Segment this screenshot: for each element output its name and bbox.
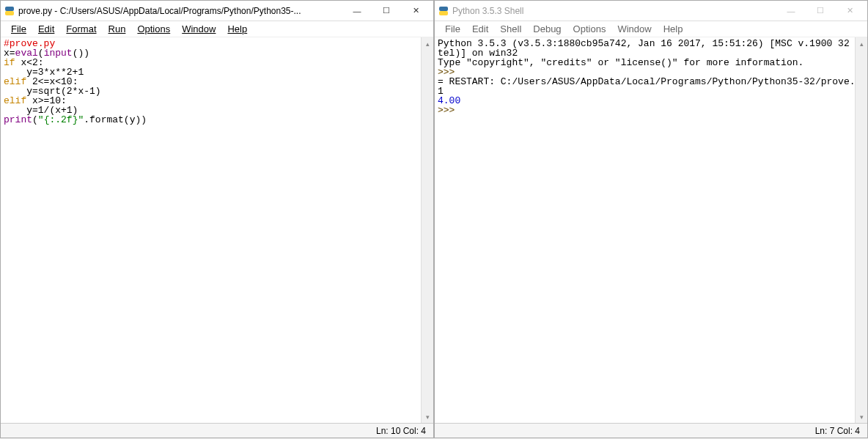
menu-edit[interactable]: Edit [32,22,60,36]
menu-file[interactable]: File [439,22,466,36]
python-icon [4,5,15,17]
svg-rect-0 [5,7,14,11]
editor-content[interactable]: #prove.py x=eval(input()) if x<2: y=3*x*… [1,37,433,423]
svg-rect-1 [5,11,14,15]
close-button[interactable]: ✕ [835,1,864,21]
editor-title-text: prove.py - C:/Users/ASUS/AppData/Local/P… [18,6,342,16]
shell-output[interactable]: Python 3.5.3 (v3.5.3:1880cb95a742, Jan 1… [435,37,867,117]
menu-shell[interactable]: Shell [494,22,527,36]
menu-help[interactable]: Help [658,22,689,36]
menu-run[interactable]: Run [103,22,132,36]
shell-titlebar[interactable]: Python 3.5.3 Shell — ☐ ✕ [435,1,867,21]
menu-help[interactable]: Help [221,22,253,36]
menu-debug[interactable]: Debug [527,22,567,36]
menu-options[interactable]: Options [131,22,176,36]
svg-rect-3 [439,11,448,15]
editor-titlebar[interactable]: prove.py - C:/Users/ASUS/AppData/Local/P… [1,1,433,21]
scroll-up-icon[interactable]: ▴ [856,37,867,50]
editor-menubar: File Edit Format Run Options Window Help [1,21,433,37]
minimize-button[interactable]: — [776,1,806,21]
shell-content[interactable]: Python 3.5.3 (v3.5.3:1880cb95a742, Jan 1… [435,37,867,423]
shell-menubar: File Edit Shell Debug Options Window Hel… [435,21,867,37]
menu-edit[interactable]: Edit [466,22,494,36]
python-icon [438,5,449,17]
scroll-down-icon[interactable]: ▾ [422,410,433,423]
editor-statusbar: Ln: 10 Col: 4 [1,423,433,438]
shell-cursor-position: Ln: 7 Col: 4 [815,426,860,436]
editor-window-controls: — ☐ ✕ [342,1,430,21]
maximize-button[interactable]: ☐ [806,1,835,21]
shell-statusbar: Ln: 7 Col: 4 [435,423,867,438]
editor-window: prove.py - C:/Users/ASUS/AppData/Local/P… [0,0,434,438]
editor-vscrollbar[interactable]: ▴ ▾ [421,37,433,423]
shell-line: = RESTART: C:/Users/ASUS/AppData/Local/P… [438,76,867,87]
code-line: print("{:.2f}".format(y)) [4,114,147,125]
svg-rect-2 [439,7,448,11]
code-area[interactable]: #prove.py x=eval(input()) if x<2: y=3*x*… [1,37,433,126]
shell-vscrollbar[interactable]: ▴ ▾ [855,37,867,423]
shell-window-controls: — ☐ ✕ [776,1,864,21]
editor-cursor-position: Ln: 10 Col: 4 [376,426,426,436]
shell-line: Type "copyright", "credits" or "license(… [438,57,803,68]
menu-format[interactable]: Format [60,22,102,36]
menu-window[interactable]: Window [611,22,657,36]
menu-file[interactable]: File [5,22,32,36]
menu-window[interactable]: Window [176,22,221,36]
scroll-down-icon[interactable]: ▾ [856,410,867,423]
scroll-up-icon[interactable]: ▴ [422,37,433,50]
menu-options[interactable]: Options [567,22,612,36]
shell-title-text: Python 3.5.3 Shell [452,6,776,16]
shell-window: Python 3.5.3 Shell — ☐ ✕ File Edit Shell… [434,0,868,438]
minimize-button[interactable]: — [342,1,372,21]
close-button[interactable]: ✕ [401,1,430,21]
maximize-button[interactable]: ☐ [372,1,401,21]
shell-prompt: >>> [438,105,460,116]
